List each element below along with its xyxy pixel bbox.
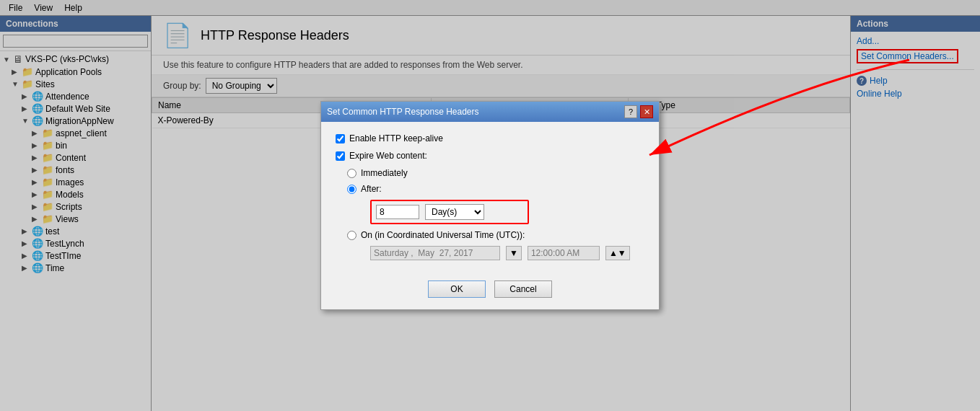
modal-titlebar: Set Common HTTP Response Headers ? ✕	[321, 102, 659, 122]
modal-title: Set Common HTTP Response Headers	[327, 107, 479, 117]
enable-keepalive-row: Enable HTTP keep-alive	[336, 133, 644, 143]
immediately-radio[interactable]	[347, 169, 356, 178]
time-spinner-icon[interactable]: ▲▼	[605, 246, 630, 260]
cancel-button[interactable]: Cancel	[494, 280, 552, 298]
after-row-container: After:	[347, 184, 644, 194]
modal-dialog: Set Common HTTP Response Headers ? ✕ Ena…	[320, 101, 660, 310]
expire-web-row: Expire Web content:	[336, 151, 644, 161]
after-radio[interactable]	[347, 185, 356, 194]
enable-keepalive-label: Enable HTTP keep-alive	[349, 133, 443, 143]
onutc-row: On (in Coordinated Universal Time (UTC))…	[347, 230, 644, 240]
after-value-section: 8 Day(s)	[370, 200, 529, 224]
immediately-label: Immediately	[361, 168, 408, 178]
after-value-input[interactable]: 8	[376, 205, 419, 219]
modal-help-button[interactable]: ?	[624, 105, 637, 118]
datetime-row: Saturday , May 27, 2017 ▼ 12:00:00 AM ▲▼	[370, 246, 644, 260]
after-label: After:	[361, 184, 382, 194]
immediately-row: Immediately	[347, 168, 644, 178]
modal-footer: OK Cancel	[321, 272, 659, 309]
onutc-radio[interactable]	[347, 231, 356, 240]
time-input[interactable]: 12:00:00 AM	[528, 246, 600, 260]
calendar-icon[interactable]: ▼	[506, 246, 522, 260]
modal-overlay: Set Common HTTP Response Headers ? ✕ Ena…	[0, 0, 980, 411]
modal-title-buttons: ? ✕	[624, 105, 653, 118]
enable-keepalive-checkbox[interactable]	[336, 134, 345, 143]
modal-close-button[interactable]: ✕	[640, 105, 653, 118]
expire-web-label: Expire Web content:	[349, 151, 427, 161]
onutc-label: On (in Coordinated Universal Time (UTC))…	[361, 230, 525, 240]
date-input[interactable]: Saturday , May 27, 2017	[370, 246, 500, 260]
expire-web-checkbox[interactable]	[336, 151, 345, 161]
ok-button[interactable]: OK	[428, 280, 486, 298]
modal-body: Enable HTTP keep-alive Expire Web conten…	[321, 122, 659, 272]
expire-options: Immediately After: 8 Day(s) On (in Coord…	[347, 168, 644, 260]
after-unit-select[interactable]: Day(s)	[425, 204, 484, 220]
